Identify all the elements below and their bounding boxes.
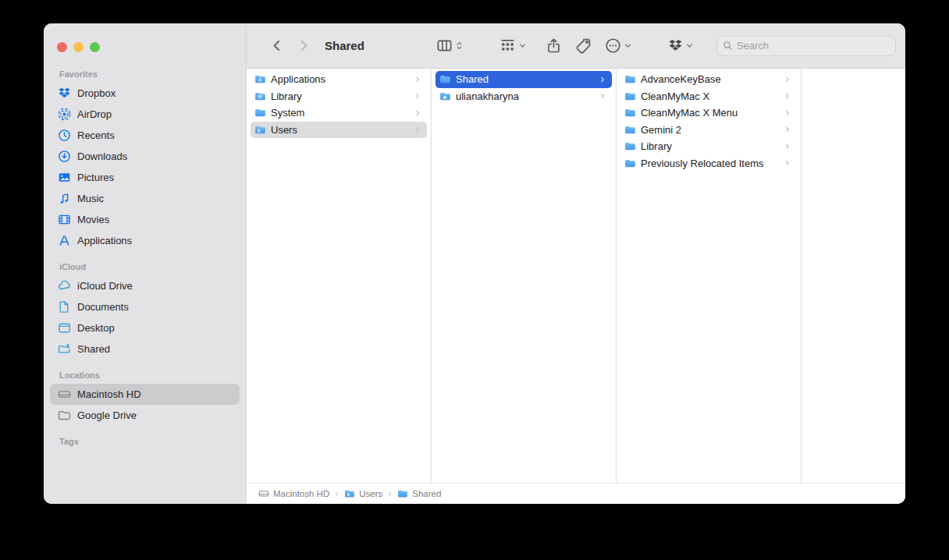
chevron-right-icon [599, 76, 606, 83]
search-icon [723, 41, 733, 51]
chevron-right-icon [414, 76, 421, 83]
sidebar-item-movies[interactable]: Movies [50, 209, 240, 230]
sidebar-item-pictures[interactable]: Pictures [50, 167, 240, 188]
folder-icon [624, 107, 636, 119]
sidebar-item-recents[interactable]: Recents [50, 125, 240, 146]
sidebar-section-icloud: iCloud [59, 262, 230, 271]
column-item[interactable]: CleanMyMac X Menu [620, 105, 797, 122]
search-field[interactable] [716, 36, 896, 56]
sidebar-item-macintosh-hd[interactable]: Macintosh HD [50, 384, 240, 405]
sidebar-item-music[interactable]: Music [50, 188, 240, 209]
tag-icon [575, 37, 592, 54]
path-bar: Macintosh HD Users Shared [247, 483, 905, 504]
chevron-right-icon [414, 126, 421, 133]
users-folder-icon [254, 124, 266, 136]
applications-icon [58, 234, 71, 247]
sidebar-item-label: AirDrop [77, 108, 112, 120]
column-item[interactable]: CleanMyMac X [620, 88, 797, 105]
path-segment-label: Shared [412, 489, 441, 498]
chevron-left-icon [268, 37, 285, 54]
sidebar-item-shared[interactable]: Shared [50, 338, 240, 360]
sidebar-section-tags: Tags [59, 437, 230, 446]
group-icon [499, 37, 516, 54]
chevron-right-icon [296, 37, 312, 54]
tags-button[interactable] [575, 37, 592, 54]
column-item[interactable]: Library [620, 138, 797, 155]
column-item-label: CleanMyMac X [641, 90, 779, 102]
column-item-selected[interactable]: Users [251, 122, 427, 139]
column-item[interactable]: AdvanceKeyBase [620, 71, 797, 88]
folder-outline-icon [58, 409, 71, 422]
document-icon [58, 300, 71, 314]
chevron-right-icon [333, 491, 340, 498]
zoom-button[interactable] [90, 42, 100, 52]
finder-column-3: AdvanceKeyBase CleanMyMac X CleanMyMac X… [617, 69, 801, 483]
column-item-label: Library [271, 90, 409, 102]
chevron-right-icon [599, 92, 606, 100]
sidebar-item-airdrop[interactable]: AirDrop [50, 104, 240, 125]
users-folder-icon [344, 488, 355, 499]
chevron-down-icon [685, 41, 694, 50]
column-item[interactable]: Gemini 2 [620, 122, 797, 139]
path-segment-label: Users [359, 489, 382, 498]
toolbar: Shared [247, 23, 905, 69]
column-item[interactable]: System [251, 105, 427, 122]
column-item[interactable]: Previously Relocated Items [620, 155, 797, 172]
hard-drive-icon [58, 388, 71, 401]
chevron-right-icon [784, 76, 791, 83]
sidebar-item-label: iCloud Drive [77, 280, 133, 292]
airdrop-icon [58, 108, 71, 121]
sidebar-item-label: Documents [77, 301, 129, 313]
column-item[interactable]: ulianakharyna [435, 88, 612, 105]
path-segment-users[interactable]: Users [344, 488, 382, 499]
sidebar: Favorites Dropbox AirDrop Recents Downlo… [44, 23, 247, 504]
sidebar-item-label: Downloads [77, 151, 127, 162]
chevron-right-icon [784, 126, 791, 133]
back-button[interactable] [268, 37, 285, 54]
sidebar-item-downloads[interactable]: Downloads [50, 146, 240, 167]
group-button[interactable] [499, 37, 527, 54]
applications-folder-icon [254, 73, 266, 85]
sidebar-item-desktop[interactable]: Desktop [50, 317, 240, 338]
sidebar-item-applications[interactable]: Applications [50, 230, 240, 251]
dropbox-toolbar-button[interactable] [668, 38, 694, 53]
film-icon [58, 213, 71, 226]
sidebar-item-label: Dropbox [77, 87, 116, 99]
column-item[interactable]: Applications [251, 71, 427, 88]
column-item-label: Users [271, 124, 409, 136]
cloud-icon [58, 279, 71, 292]
chevron-right-icon [784, 159, 791, 167]
library-folder-icon [254, 90, 266, 102]
window-title: Shared [325, 39, 364, 52]
column-item-label: Library [641, 140, 779, 152]
column-item-label: Applications [271, 73, 409, 85]
music-note-icon [58, 192, 71, 205]
close-button[interactable] [57, 42, 67, 52]
view-mode-button[interactable] [436, 37, 464, 54]
search-input[interactable] [737, 40, 890, 51]
sidebar-item-dropbox[interactable]: Dropbox [50, 83, 240, 104]
folder-icon [624, 90, 636, 102]
column-item-selected[interactable]: Shared [435, 71, 612, 88]
hard-drive-icon [258, 488, 269, 499]
more-actions-button[interactable] [605, 37, 632, 54]
column-item-label: Shared [456, 73, 594, 85]
column-browser: Applications Library System Users [247, 69, 905, 483]
chevron-right-icon [386, 491, 393, 498]
folder-icon [624, 158, 636, 169]
path-segment-shared[interactable]: Shared [397, 488, 441, 499]
column-item[interactable]: Library [251, 88, 427, 105]
finder-window: Favorites Dropbox AirDrop Recents Downlo… [44, 23, 905, 504]
forward-button[interactable] [296, 37, 312, 54]
shared-folder-icon [58, 342, 71, 356]
path-segment-label: Macintosh HD [273, 489, 329, 498]
column-view-icon [436, 37, 453, 54]
sidebar-item-google-drive[interactable]: Google Drive [50, 405, 240, 426]
path-segment-macintosh-hd[interactable]: Macintosh HD [258, 488, 329, 499]
share-button[interactable] [546, 37, 562, 54]
sidebar-item-documents[interactable]: Documents [50, 296, 240, 317]
folder-icon [397, 488, 408, 499]
minimize-button[interactable] [73, 42, 84, 52]
sidebar-item-icloud-drive[interactable]: iCloud Drive [50, 275, 240, 296]
dropbox-icon [668, 38, 683, 53]
